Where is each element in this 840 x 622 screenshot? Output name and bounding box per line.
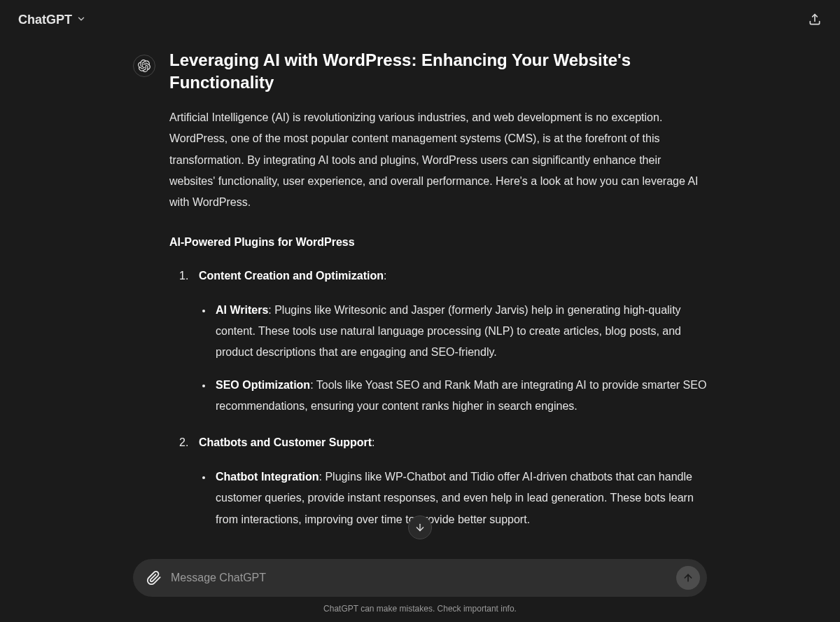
sub-list: Chatbot Integration: Plugins like WP-Cha… — [179, 466, 707, 530]
model-name: ChatGPT — [18, 13, 72, 27]
attach-button[interactable] — [144, 568, 164, 588]
top-bar: ChatGPT — [0, 0, 840, 39]
upload-icon — [808, 13, 822, 27]
scroll-to-bottom-button[interactable] — [408, 516, 432, 539]
list-item: 1.Content Creation and Optimization:AI W… — [179, 265, 707, 417]
arrow-up-icon — [682, 572, 694, 583]
sub-list: AI Writers: Plugins like Writesonic and … — [179, 300, 707, 417]
list-item-title: Content Creation and Optimization: — [199, 265, 386, 286]
list-item-title: Chatbots and Customer Support: — [199, 432, 375, 453]
main-list: 1.Content Creation and Optimization:AI W… — [169, 265, 707, 545]
send-button[interactable] — [676, 566, 700, 590]
chevron-down-icon — [76, 13, 86, 27]
share-button[interactable] — [802, 7, 827, 32]
disclaimer-text: ChatGPT can make mistakes. Check importa… — [323, 604, 517, 614]
article-title: Leveraging AI with WordPress: Enhancing … — [169, 49, 707, 95]
list-number: 1. — [179, 265, 192, 286]
sub-item-label: AI Writers — [216, 304, 268, 316]
sub-list-item: SEO Optimization: Tools like Yoast SEO a… — [213, 375, 707, 417]
list-item-header: 1.Content Creation and Optimization: — [179, 265, 707, 286]
article-intro: Artificial Intelligence (AI) is revoluti… — [169, 107, 707, 214]
sub-list-item: AI Writers: Plugins like Writesonic and … — [213, 300, 707, 364]
conversation-area: Leveraging AI with WordPress: Enhancing … — [0, 49, 840, 545]
list-item: 2.Chatbots and Customer Support:Chatbot … — [179, 432, 707, 530]
model-switcher[interactable]: ChatGPT — [13, 8, 92, 32]
arrow-down-icon — [414, 522, 426, 533]
composer-area: ChatGPT can make mistakes. Check importa… — [0, 559, 840, 622]
list-number: 2. — [179, 432, 192, 453]
section-heading: AI-Powered Plugins for WordPress — [169, 232, 707, 253]
list-item-header: 2.Chatbots and Customer Support: — [179, 432, 707, 453]
sub-item-label: Chatbot Integration — [216, 471, 319, 483]
sub-item-label: SEO Optimization — [216, 379, 310, 391]
composer — [133, 559, 707, 597]
sub-list-item: Chatbot Integration: Plugins like WP-Cha… — [213, 466, 707, 530]
message-input[interactable] — [171, 572, 669, 584]
message-body: Leveraging AI with WordPress: Enhancing … — [169, 49, 707, 545]
sub-item-text: : Plugins like Writesonic and Jasper (fo… — [216, 304, 681, 359]
assistant-message: Leveraging AI with WordPress: Enhancing … — [133, 49, 707, 545]
paperclip-icon — [146, 570, 162, 586]
assistant-avatar — [133, 55, 155, 77]
chatgpt-logo-icon — [138, 60, 150, 72]
